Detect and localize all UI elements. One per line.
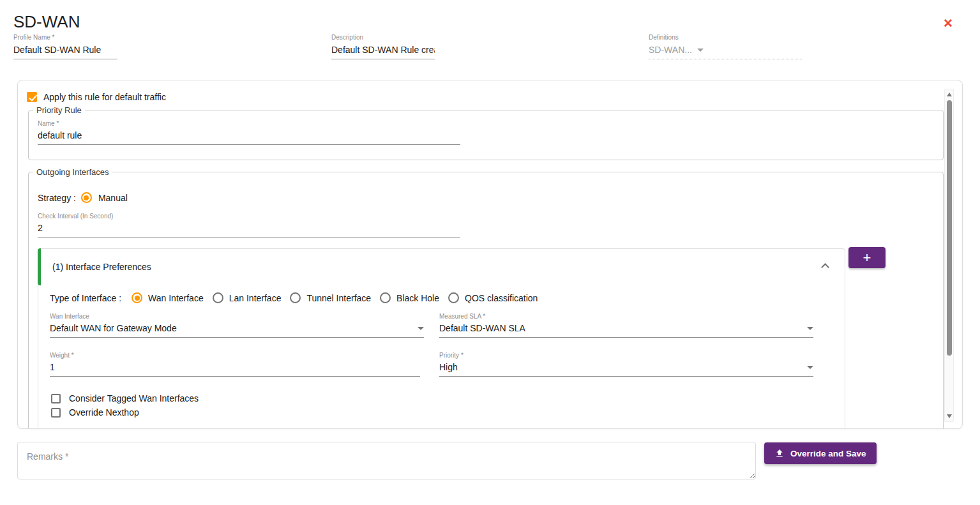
tunnel-interface-radio[interactable] xyxy=(290,292,301,303)
rule-name-field: Name * default rule xyxy=(38,120,460,145)
definitions-value: SD-WAN... xyxy=(649,45,692,55)
add-interface-preference-button[interactable]: + xyxy=(848,247,886,268)
measured-sla-label: Measured SLA * xyxy=(439,313,813,321)
override-nexthop-row[interactable]: Override Nexthop xyxy=(51,407,139,418)
priority-label: Priority * xyxy=(439,352,813,360)
page-title: SD-WAN xyxy=(13,12,80,32)
weight-label: Weight * xyxy=(50,352,420,360)
consider-tagged-label: Consider Tagged Wan Interfaces xyxy=(69,393,199,403)
strategy-manual-radio[interactable] xyxy=(81,192,92,203)
apply-default-checkbox[interactable] xyxy=(27,92,37,102)
chevron-down-icon xyxy=(697,49,704,52)
chevron-down-icon xyxy=(807,327,813,330)
sdwan-profile-page: SD-WAN ✕ Profile Name * Default SD-WAN R… xyxy=(0,0,980,505)
check-interval-input[interactable]: 2 xyxy=(38,221,460,237)
active-indicator-bar xyxy=(38,248,41,285)
qos-classification-radio-label: QOS classification xyxy=(465,293,538,303)
definitions-field: Definitions SD-WAN... xyxy=(649,34,802,59)
description-input[interactable]: Default SD-WAN Rule created xyxy=(331,42,435,59)
wan-interface-label: Wan Interface xyxy=(50,313,424,321)
strategy-row: Strategy : Manual xyxy=(38,192,128,203)
scroll-down-icon[interactable] xyxy=(947,414,952,418)
override-and-save-label: Override and Save xyxy=(790,449,866,458)
measured-sla-value: Default SD-WAN SLA xyxy=(439,323,525,333)
weight-input[interactable]: 1 xyxy=(50,360,420,377)
outgoing-interfaces-group: Outgoing Interfaces Strategy : Manual Ch… xyxy=(28,167,944,429)
consider-tagged-checkbox[interactable] xyxy=(51,394,61,403)
strategy-manual-label: Manual xyxy=(98,193,128,203)
chevron-down-icon xyxy=(807,366,813,369)
scrollbar-track[interactable] xyxy=(944,89,954,422)
priority-value: High xyxy=(439,362,458,372)
qos-classification-radio[interactable] xyxy=(448,292,459,303)
type-of-interface-row: Type of Interface : Wan Interface Lan In… xyxy=(50,292,538,303)
override-nexthop-checkbox[interactable] xyxy=(51,408,61,418)
chevron-down-icon xyxy=(418,327,424,330)
weight-field: Weight * 1 xyxy=(50,352,420,377)
black-hole-radio-label: Black Hole xyxy=(396,293,439,303)
wan-interface-value: Default WAN for Gateway Mode xyxy=(50,323,177,333)
rule-name-label: Name * xyxy=(38,120,460,128)
priority-field: Priority * High xyxy=(439,352,813,377)
priority-select[interactable]: High xyxy=(439,360,813,377)
consider-tagged-row[interactable]: Consider Tagged Wan Interfaces xyxy=(51,393,199,403)
rule-panel: Apply this rule for default traffic Prio… xyxy=(17,80,963,429)
measured-sla-select[interactable]: Default SD-WAN SLA xyxy=(439,321,813,338)
lan-interface-radio-label: Lan Interface xyxy=(229,293,282,303)
apply-default-label: Apply this rule for default traffic xyxy=(43,92,166,102)
override-nexthop-label: Override Nexthop xyxy=(69,407,139,418)
override-and-save-button[interactable]: Override and Save xyxy=(764,442,877,464)
measured-sla-field: Measured SLA * Default SD-WAN SLA xyxy=(439,313,813,338)
remarks-textarea[interactable] xyxy=(17,442,756,479)
priority-rule-legend: Priority Rule xyxy=(33,105,85,115)
interface-preferences-card: (1) Interface Preferences Type of Interf… xyxy=(38,248,845,429)
rule-name-input[interactable]: default rule xyxy=(38,128,460,145)
upload-icon xyxy=(774,448,785,458)
scrollbar-thumb[interactable] xyxy=(947,100,952,356)
check-interval-field: Check Interval (In Second) 2 xyxy=(38,213,460,237)
priority-rule-group: Priority Rule Name * default rule xyxy=(28,105,944,160)
close-icon[interactable]: ✕ xyxy=(940,16,956,31)
wan-interface-radio[interactable] xyxy=(132,292,142,303)
interface-preferences-header[interactable]: (1) Interface Preferences xyxy=(52,262,151,272)
definitions-select: SD-WAN... xyxy=(649,42,802,59)
black-hole-radio[interactable] xyxy=(380,292,391,303)
profile-name-field: Profile Name * Default SD-WAN Rule xyxy=(13,34,117,59)
check-interval-label: Check Interval (In Second) xyxy=(38,213,460,221)
wan-interface-select[interactable]: Default WAN for Gateway Mode xyxy=(50,321,424,338)
apply-default-row[interactable]: Apply this rule for default traffic xyxy=(27,92,166,102)
wan-interface-radio-label: Wan Interface xyxy=(148,293,204,303)
type-of-interface-label: Type of Interface : xyxy=(50,293,121,303)
profile-name-label: Profile Name * xyxy=(13,34,117,42)
outgoing-interfaces-legend: Outgoing Interfaces xyxy=(33,167,112,177)
strategy-label: Strategy : xyxy=(38,193,76,203)
lan-interface-radio[interactable] xyxy=(213,292,223,303)
chevron-up-icon[interactable] xyxy=(821,263,829,271)
type-option-blackhole[interactable]: Black Hole xyxy=(380,292,439,303)
definitions-label: Definitions xyxy=(649,34,802,42)
type-option-wan[interactable]: Wan Interface xyxy=(132,292,204,303)
type-option-tunnel[interactable]: Tunnel Interface xyxy=(290,292,371,303)
scroll-up-icon[interactable] xyxy=(947,93,952,96)
profile-name-input[interactable]: Default SD-WAN Rule xyxy=(13,42,117,59)
description-label: Description xyxy=(331,34,435,42)
description-field: Description Default SD-WAN Rule created xyxy=(331,34,435,59)
wan-interface-field: Wan Interface Default WAN for Gateway Mo… xyxy=(50,313,424,338)
type-option-qos[interactable]: QOS classification xyxy=(448,292,538,303)
tunnel-interface-radio-label: Tunnel Interface xyxy=(306,293,371,303)
type-option-lan[interactable]: Lan Interface xyxy=(213,292,282,303)
